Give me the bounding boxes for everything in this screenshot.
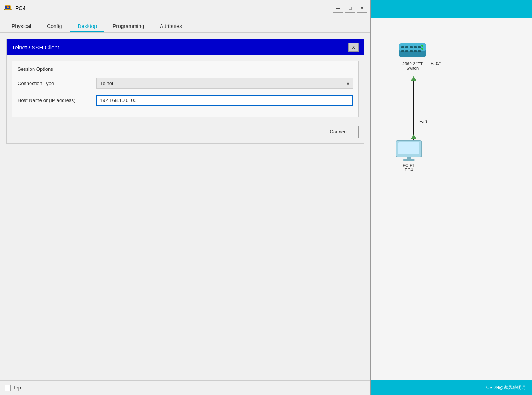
svg-rect-5 [401, 46, 404, 48]
host-name-input[interactable] [96, 95, 353, 106]
top-label: Top [13, 385, 21, 391]
svg-rect-14 [418, 50, 421, 52]
svg-rect-7 [410, 46, 413, 48]
arrow-up-1 [411, 76, 417, 81]
svg-rect-11 [405, 50, 408, 52]
host-name-label: Host Name or (IP address) [18, 97, 96, 103]
top-checkbox-wrapper: Top [5, 385, 21, 391]
svg-rect-8 [414, 46, 417, 48]
connection-type-wrapper: Telnet SSH [96, 78, 353, 89]
network-canvas: 2960-24TT Switch Fa0/1 Fa0 [371, 18, 532, 380]
arrow-up-2 [411, 134, 417, 139]
svg-rect-9 [418, 46, 421, 48]
bottom-bar: Top [0, 380, 370, 395]
title-bar: PC4 — □ ✕ [0, 0, 370, 16]
svg-rect-18 [398, 142, 419, 154]
top-checkbox[interactable] [5, 385, 11, 391]
telnet-header-title: Telnet / SSH Client [12, 44, 59, 51]
interface-fa0-label: Fa0 [419, 119, 427, 124]
tab-attributes[interactable]: Attributes [152, 21, 189, 32]
svg-point-16 [421, 48, 423, 50]
switch-label-1: 2960-24TT Switch [402, 61, 423, 70]
tab-config[interactable]: Config [39, 21, 69, 32]
title-controls: — □ ✕ [333, 4, 367, 13]
switch-device[interactable]: 2960-24TT Switch [398, 40, 428, 70]
svg-point-15 [421, 45, 423, 47]
connection-type-select[interactable]: Telnet SSH [96, 78, 353, 89]
session-options-group: Session Options Connection Type Telnet S… [12, 61, 359, 117]
tab-programming[interactable]: Programming [105, 21, 152, 32]
session-options-title: Session Options [18, 66, 353, 72]
tab-bar: Physical Config Desktop Programming Attr… [0, 16, 370, 33]
pc-device[interactable]: PC-PT PC4 [395, 140, 423, 172]
title-bar-left: PC4 [3, 4, 25, 13]
connection-type-row: Connection Type Telnet SSH [18, 78, 353, 89]
svg-rect-20 [403, 159, 415, 161]
svg-rect-19 [407, 157, 411, 159]
svg-rect-6 [405, 46, 408, 48]
pc-label: PC-PT PC4 [403, 163, 415, 172]
interface-fa01-label: Fa0/1 [431, 61, 442, 66]
tab-physical[interactable]: Physical [4, 21, 39, 32]
host-name-row: Host Name or (IP address) [18, 95, 353, 106]
minimize-button[interactable]: — [333, 4, 343, 13]
content-area: Telnet / SSH Client X Session Options Co… [0, 33, 370, 380]
connection-type-label: Connection Type [18, 81, 96, 86]
tab-desktop[interactable]: Desktop [70, 21, 104, 32]
switch-svg [398, 40, 428, 60]
pc-icon [3, 4, 12, 13]
svg-rect-13 [414, 50, 417, 52]
right-top-bar [371, 0, 532, 18]
maximize-button[interactable]: □ [345, 4, 355, 13]
svg-rect-12 [410, 50, 413, 52]
telnet-panel: Telnet / SSH Client X Session Options Co… [6, 39, 364, 144]
close-button[interactable]: ✕ [357, 4, 367, 13]
connection-line [413, 77, 414, 141]
connect-button[interactable]: Connect [319, 126, 359, 138]
telnet-close-button[interactable]: X [348, 43, 359, 52]
svg-rect-10 [401, 50, 404, 52]
main-window: PC4 — □ ✕ Physical Config Desktop Progra… [0, 0, 371, 395]
window-title: PC4 [15, 5, 25, 11]
telnet-header: Telnet / SSH Client X [7, 39, 364, 55]
right-panel: 2960-24TT Switch Fa0/1 Fa0 [371, 0, 532, 395]
pc-svg [395, 140, 423, 162]
right-bottom-bar: CSDN@遨风醉明月 [371, 380, 532, 395]
connect-row: Connect [7, 123, 364, 143]
watermark-text: CSDN@遨风醉明月 [486, 385, 526, 391]
